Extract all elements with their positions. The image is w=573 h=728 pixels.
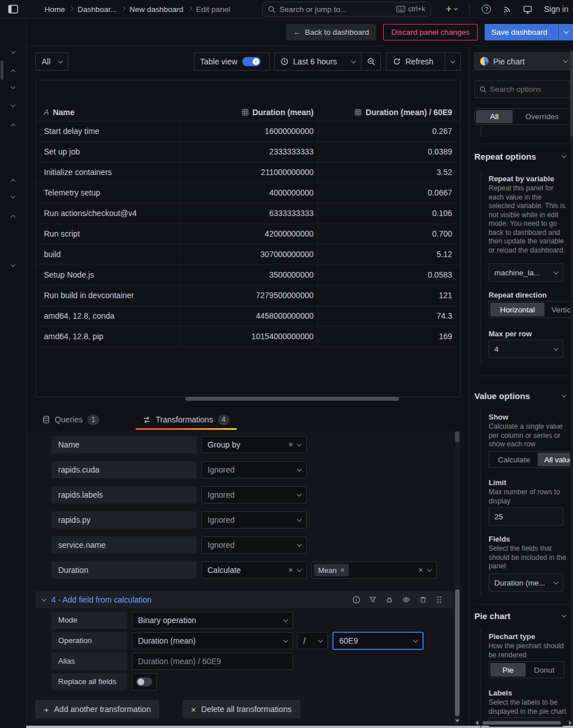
delete-all-transformations-button[interactable]: × Delete all transformations bbox=[182, 700, 300, 718]
info-icon[interactable] bbox=[352, 596, 360, 604]
breadcrumb-dashboards[interactable]: Dashboar... bbox=[78, 5, 117, 14]
drag-handle-icon[interactable] bbox=[436, 596, 442, 604]
nav-section-chevron-down-icon[interactable] bbox=[11, 103, 15, 107]
max-per-row-select[interactable]: 4 bbox=[489, 340, 563, 358]
right-operand-select[interactable]: 60E9 bbox=[332, 632, 424, 650]
tab-all[interactable]: All bbox=[476, 110, 513, 123]
mode-select[interactable]: Binary operation bbox=[132, 612, 293, 629]
breadcrumb-new-dashboard[interactable]: New dashboard bbox=[129, 5, 184, 14]
clear-icon[interactable]: × bbox=[418, 566, 423, 574]
dock-menu-icon[interactable] bbox=[8, 4, 18, 14]
tab-overrides[interactable]: Overrides bbox=[513, 110, 571, 123]
groupby-operation-select[interactable]: Ignored bbox=[201, 511, 307, 528]
replace-fields-toggle[interactable] bbox=[132, 673, 157, 690]
filter-icon[interactable] bbox=[369, 596, 377, 604]
repeat-direction-group: Horizontal Vertical bbox=[489, 301, 573, 318]
help-icon[interactable]: ? bbox=[482, 5, 491, 14]
nav-section-chevron-up-icon[interactable] bbox=[11, 70, 15, 74]
refresh-button[interactable]: Refresh bbox=[387, 53, 445, 70]
time-range-picker[interactable]: Last 6 hours bbox=[275, 53, 361, 70]
global-search[interactable]: ctrl+k bbox=[262, 2, 431, 17]
debug-icon[interactable] bbox=[385, 596, 393, 604]
scrollbar-right-arrow[interactable] bbox=[569, 721, 572, 725]
groupby-row: rapids.labels Ignored bbox=[51, 486, 307, 503]
zoom-out-icon bbox=[367, 58, 375, 66]
eye-icon[interactable] bbox=[402, 596, 411, 604]
column-header-duration-mean[interactable]: Duration (mean) bbox=[180, 103, 318, 121]
scrollbar-thumb[interactable] bbox=[455, 589, 460, 716]
trash-icon[interactable] bbox=[419, 596, 427, 604]
scrollbar-left-arrow[interactable] bbox=[476, 721, 478, 725]
add-transformation-button[interactable]: + Add another transformation bbox=[35, 700, 159, 718]
variable-filter-select[interactable]: All bbox=[35, 52, 68, 71]
clear-icon[interactable]: × bbox=[288, 566, 293, 574]
cell-name: Set up job bbox=[36, 142, 180, 162]
groupby-operation-select[interactable]: Ignored bbox=[201, 536, 307, 554]
left-operand-select[interactable]: Duration (mean) bbox=[132, 632, 293, 649]
limit-input[interactable] bbox=[489, 513, 563, 521]
piechart-type-description: How the piechart should be rendered bbox=[489, 642, 568, 660]
nav-section-chevron-up-icon[interactable] bbox=[11, 179, 15, 184]
type-donut[interactable]: Donut bbox=[526, 663, 563, 677]
nav-section-chevron-up-icon[interactable] bbox=[11, 215, 15, 219]
options-search-input[interactable] bbox=[490, 85, 568, 93]
column-header-duration-ratio[interactable]: Duration (mean) / 60E9 bbox=[318, 103, 460, 121]
nav-section-chevron-down-icon[interactable] bbox=[11, 84, 15, 89]
clock-icon bbox=[281, 58, 288, 66]
limit-label: Limit bbox=[489, 478, 506, 487]
cell-name: Run script bbox=[36, 224, 180, 244]
show-all-values[interactable]: All values bbox=[538, 453, 573, 466]
scrollbar-track[interactable] bbox=[570, 50, 573, 726]
sign-in-button[interactable]: Sign in bbox=[544, 5, 568, 14]
nav-scrollbar-thumb[interactable] bbox=[1, 60, 3, 80]
groupby-operation-select[interactable]: Ignored bbox=[201, 486, 307, 503]
nav-section-chevron-down-icon[interactable] bbox=[11, 49, 15, 54]
section-header-pie-chart[interactable]: Pie chart bbox=[474, 611, 566, 621]
breadcrumb-home[interactable]: Home bbox=[44, 5, 65, 14]
add-button[interactable]: + bbox=[446, 3, 458, 15]
transformation-title[interactable]: 4 - Add field from calculation bbox=[51, 595, 352, 604]
zoom-out-time-button[interactable] bbox=[361, 53, 380, 70]
aggregation-multiselect[interactable]: Mean × × bbox=[311, 562, 437, 579]
scrollbar-down-arrow[interactable] bbox=[455, 719, 460, 722]
direction-horizontal[interactable]: Horizontal bbox=[490, 303, 544, 316]
nav-section-chevron-down-icon[interactable] bbox=[11, 194, 15, 198]
save-dashboard-button[interactable]: Save dashboard bbox=[485, 24, 573, 40]
refresh-interval-dropdown[interactable] bbox=[445, 53, 460, 70]
visualization-picker[interactable]: Pie chart bbox=[474, 52, 573, 70]
horizontal-scrollbar-thumb[interactable] bbox=[482, 721, 561, 725]
scrollbar-thumb[interactable] bbox=[455, 432, 460, 442]
monitor-icon[interactable] bbox=[523, 5, 532, 14]
tab-queries[interactable]: Queries 1 bbox=[35, 409, 106, 430]
section-header-value-options[interactable]: Value options bbox=[474, 391, 566, 401]
back-to-dashboard-button[interactable]: ← Back to dashboard bbox=[286, 24, 376, 40]
column-header-name[interactable]: A Name bbox=[36, 103, 180, 121]
clear-icon[interactable]: × bbox=[288, 441, 293, 449]
search-input[interactable] bbox=[279, 5, 392, 14]
save-dashboard-dropdown[interactable] bbox=[558, 24, 573, 40]
groupby-operation-select[interactable]: Calculate × bbox=[201, 562, 307, 579]
collapse-chevron-icon[interactable] bbox=[42, 596, 46, 601]
repeat-variable-select[interactable]: machine_la... bbox=[489, 263, 563, 282]
groupby-operation-select[interactable]: Group by × bbox=[201, 436, 307, 453]
news-rss-icon[interactable] bbox=[503, 5, 511, 14]
transformation-header[interactable]: 4 - Add field from calculation bbox=[35, 591, 453, 608]
fields-select[interactable]: Duration (me... bbox=[489, 574, 563, 592]
remove-chip-icon[interactable]: × bbox=[340, 566, 345, 574]
scrollbar-thumb[interactable] bbox=[570, 51, 573, 137]
nav-section-chevron-up-icon[interactable] bbox=[11, 124, 15, 128]
tab-transformations[interactable]: Transformations 4 bbox=[136, 409, 237, 430]
alias-input[interactable] bbox=[132, 653, 293, 670]
discard-panel-changes-button[interactable]: Discard panel changes bbox=[383, 24, 477, 40]
operator-select[interactable]: / bbox=[297, 632, 328, 649]
database-icon bbox=[42, 416, 50, 424]
nav-section-chevron-down-icon[interactable] bbox=[11, 262, 15, 267]
options-search[interactable] bbox=[474, 80, 573, 98]
groupby-operation-select[interactable]: Ignored bbox=[201, 461, 307, 478]
type-pie[interactable]: Pie bbox=[490, 663, 526, 677]
direction-vertical[interactable]: Vertical bbox=[544, 303, 573, 316]
horizontal-scrollbar-thumb[interactable] bbox=[185, 397, 399, 401]
show-calculate[interactable]: Calculate bbox=[490, 453, 538, 466]
section-header-repeat-options[interactable]: Repeat options bbox=[474, 152, 566, 161]
table-view-toggle[interactable]: ✓ bbox=[242, 57, 261, 66]
